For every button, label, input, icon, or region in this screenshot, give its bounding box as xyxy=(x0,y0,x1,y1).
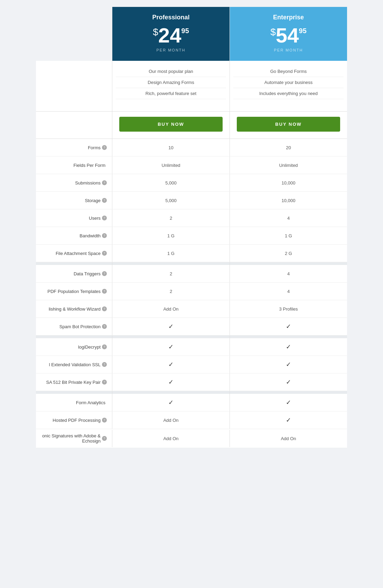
feature-label-text: Hosted PDF Processing xyxy=(53,418,101,423)
help-icon[interactable]: ? xyxy=(102,271,107,276)
help-icon[interactable]: ? xyxy=(102,418,107,423)
feature-label-cell: lishing & Workflow Wizard? xyxy=(36,302,112,316)
feature-label-cell: SA 512 Bit Private Key Pair? xyxy=(36,376,112,389)
feature-label-text: onic Signatures with Adobe & Echosign xyxy=(36,433,101,444)
page-wrapper: Professional $ 24 95 PER MONTH Enterpris… xyxy=(0,0,383,588)
professional-desc: Our most popular plan Design Amazing For… xyxy=(112,61,230,112)
enterprise-feature-cell: 4 xyxy=(230,283,347,300)
enterprise-buy-button[interactable]: BUY NOW xyxy=(237,117,340,132)
professional-feature-cell: ✓ xyxy=(112,373,230,391)
feature-row: logiDecrypt?✓✓ xyxy=(36,338,347,356)
help-icon[interactable]: ? xyxy=(102,233,107,238)
enterprise-feature-cell: Unlimited xyxy=(230,157,347,174)
enterprise-price-main: 54 xyxy=(276,25,299,46)
buy-now-row: BUY NOW BUY NOW xyxy=(36,112,347,139)
enterprise-feature-cell: ✓ xyxy=(230,411,347,429)
enterprise-feature-cell: 4 xyxy=(230,265,347,282)
feature-label-text: PDF Population Templates xyxy=(47,289,101,294)
feature-label-text: Submissions xyxy=(75,180,101,186)
enterprise-feature-cell: 10,000 xyxy=(230,192,347,209)
feature-label-text: l Extended Validation SSL xyxy=(49,362,101,367)
help-icon[interactable]: ? xyxy=(102,145,107,150)
enterprise-dollar: $ xyxy=(270,27,276,37)
feature-row: File Attachment Space?1 G2 G xyxy=(36,245,347,262)
help-icon[interactable]: ? xyxy=(102,362,107,367)
feature-label-text: Fields Per Form xyxy=(74,163,105,168)
feature-row: Spam Bot Protection?✓✓ xyxy=(36,318,347,335)
enterprise-buy-area: BUY NOW xyxy=(230,112,347,139)
professional-feature-cell: 5,000 xyxy=(112,174,230,191)
enterprise-feature-cell: 20 xyxy=(230,139,347,156)
feature-label-cell: Fields Per Form xyxy=(36,159,112,172)
feature-label-cell: Form Analytics xyxy=(36,396,112,409)
professional-feature-cell: 2 xyxy=(112,209,230,227)
feature-row: Data Triggers?24 xyxy=(36,265,347,283)
enterprise-feature-cell: 2 G xyxy=(230,245,347,262)
professional-desc-1: Our most popular plan xyxy=(116,66,226,77)
feature-label-text: File Attachment Space xyxy=(56,251,101,256)
enterprise-feature-cell: 10,000 xyxy=(230,174,347,191)
feature-row: Hosted PDF Processing?Add On✓ xyxy=(36,411,347,429)
feature-label-text: Form Analytics xyxy=(76,400,105,405)
help-icon[interactable]: ? xyxy=(102,180,107,185)
professional-feature-cell: 1 G xyxy=(112,245,230,262)
enterprise-feature-cell: 3 Profiles xyxy=(230,300,347,317)
help-icon[interactable]: ? xyxy=(102,198,107,203)
pricing-table: Professional $ 24 95 PER MONTH Enterpris… xyxy=(36,7,347,448)
professional-desc-2: Design Amazing Forms xyxy=(116,77,226,88)
feature-label-text: Storage xyxy=(85,198,101,203)
professional-feature-cell: ✓ xyxy=(112,394,230,411)
feature-label-text: logiDecrypt xyxy=(78,344,101,350)
feature-label-text: SA 512 Bit Private Key Pair xyxy=(46,380,101,385)
feature-row: Form Analytics✓✓ xyxy=(36,394,347,411)
feature-label-text: Spam Bot Protection xyxy=(59,324,101,329)
professional-price-main: 24 xyxy=(158,25,181,46)
help-icon[interactable]: ? xyxy=(102,380,107,385)
professional-buy-area: BUY NOW xyxy=(112,112,230,139)
feature-row: Users?24 xyxy=(36,209,347,227)
section3-rows: logiDecrypt?✓✓l Extended Validation SSL?… xyxy=(36,338,347,391)
description-row: Our most popular plan Design Amazing For… xyxy=(36,61,347,112)
help-icon[interactable]: ? xyxy=(102,289,107,294)
section-divider-2 xyxy=(36,335,347,338)
professional-header: Professional $ 24 95 PER MONTH xyxy=(112,7,230,61)
professional-feature-cell: ✓ xyxy=(112,318,230,335)
professional-plan-name: Professional xyxy=(116,14,226,21)
feature-row: Forms?1020 xyxy=(36,139,347,157)
enterprise-feature-cell: ✓ xyxy=(230,394,347,411)
feature-row: SA 512 Bit Private Key Pair?✓✓ xyxy=(36,373,347,391)
enterprise-feature-cell: ✓ xyxy=(230,373,347,391)
help-icon[interactable]: ? xyxy=(102,251,107,256)
feature-row: PDF Population Templates?24 xyxy=(36,283,347,300)
enterprise-desc-3: Includes everything you need xyxy=(233,88,344,99)
enterprise-price-cents: 95 xyxy=(299,27,307,34)
professional-feature-cell: ✓ xyxy=(112,338,230,355)
professional-feature-cell: 2 xyxy=(112,283,230,300)
professional-feature-cell: Add On xyxy=(112,411,230,429)
professional-feature-cell: ✓ xyxy=(112,356,230,373)
section-divider-1 xyxy=(36,262,347,265)
enterprise-feature-cell: 1 G xyxy=(230,227,347,244)
section-divider-3 xyxy=(36,391,347,394)
help-icon[interactable]: ? xyxy=(102,436,107,441)
help-icon[interactable]: ? xyxy=(102,306,107,311)
feature-row: Bandwidth?1 G1 G xyxy=(36,227,347,245)
help-icon[interactable]: ? xyxy=(102,216,107,220)
feature-label-text: Bandwidth xyxy=(80,233,101,238)
feature-label-text: Users xyxy=(89,216,101,221)
professional-feature-cell: Unlimited xyxy=(112,157,230,174)
enterprise-per-month: PER MONTH xyxy=(233,48,344,52)
professional-feature-cell: 1 G xyxy=(112,227,230,244)
feature-label-cell: Data Triggers? xyxy=(36,267,112,281)
feature-label-text: lishing & Workflow Wizard xyxy=(49,306,101,312)
professional-buy-button[interactable]: BUY NOW xyxy=(119,117,223,132)
feature-row: Submissions?5,00010,000 xyxy=(36,174,347,192)
professional-price-cents: 95 xyxy=(181,27,189,34)
enterprise-plan-name: Enterprise xyxy=(233,14,344,21)
feature-row: lishing & Workflow Wizard?Add On3 Profil… xyxy=(36,300,347,318)
help-icon[interactable]: ? xyxy=(102,344,107,349)
help-icon[interactable]: ? xyxy=(102,324,107,329)
enterprise-feature-cell: 4 xyxy=(230,209,347,227)
professional-feature-cell: 5,000 xyxy=(112,192,230,209)
feature-label-cell: logiDecrypt? xyxy=(36,340,112,354)
